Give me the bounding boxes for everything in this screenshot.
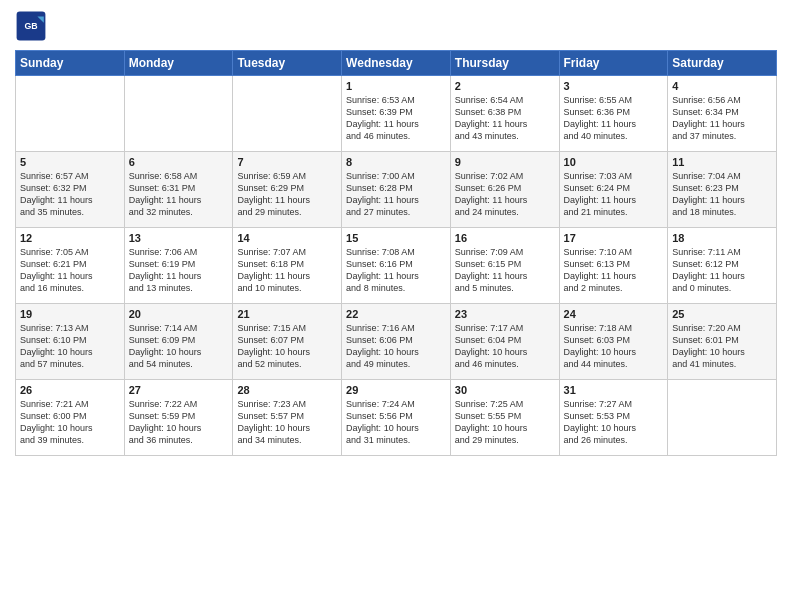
day-info: Sunrise: 7:07 AM Sunset: 6:18 PM Dayligh… — [237, 246, 337, 295]
day-number: 28 — [237, 384, 337, 396]
day-info: Sunrise: 7:18 AM Sunset: 6:03 PM Dayligh… — [564, 322, 664, 371]
day-info: Sunrise: 7:03 AM Sunset: 6:24 PM Dayligh… — [564, 170, 664, 219]
day-info: Sunrise: 7:05 AM Sunset: 6:21 PM Dayligh… — [20, 246, 120, 295]
day-cell: 17Sunrise: 7:10 AM Sunset: 6:13 PM Dayli… — [559, 228, 668, 304]
day-info: Sunrise: 7:00 AM Sunset: 6:28 PM Dayligh… — [346, 170, 446, 219]
col-header-monday: Monday — [124, 51, 233, 76]
day-number: 21 — [237, 308, 337, 320]
day-cell: 19Sunrise: 7:13 AM Sunset: 6:10 PM Dayli… — [16, 304, 125, 380]
day-number: 10 — [564, 156, 664, 168]
day-info: Sunrise: 7:20 AM Sunset: 6:01 PM Dayligh… — [672, 322, 772, 371]
day-cell: 16Sunrise: 7:09 AM Sunset: 6:15 PM Dayli… — [450, 228, 559, 304]
day-number: 2 — [455, 80, 555, 92]
day-cell: 31Sunrise: 7:27 AM Sunset: 5:53 PM Dayli… — [559, 380, 668, 456]
col-header-sunday: Sunday — [16, 51, 125, 76]
header: GB — [15, 10, 777, 42]
day-info: Sunrise: 7:06 AM Sunset: 6:19 PM Dayligh… — [129, 246, 229, 295]
logo: GB — [15, 10, 51, 42]
day-cell: 20Sunrise: 7:14 AM Sunset: 6:09 PM Dayli… — [124, 304, 233, 380]
day-cell: 14Sunrise: 7:07 AM Sunset: 6:18 PM Dayli… — [233, 228, 342, 304]
day-info: Sunrise: 7:16 AM Sunset: 6:06 PM Dayligh… — [346, 322, 446, 371]
day-number: 30 — [455, 384, 555, 396]
day-number: 1 — [346, 80, 446, 92]
day-cell: 15Sunrise: 7:08 AM Sunset: 6:16 PM Dayli… — [342, 228, 451, 304]
day-cell: 26Sunrise: 7:21 AM Sunset: 6:00 PM Dayli… — [16, 380, 125, 456]
col-header-thursday: Thursday — [450, 51, 559, 76]
day-number: 16 — [455, 232, 555, 244]
day-number: 15 — [346, 232, 446, 244]
day-info: Sunrise: 7:08 AM Sunset: 6:16 PM Dayligh… — [346, 246, 446, 295]
day-cell — [16, 76, 125, 152]
day-cell: 8Sunrise: 7:00 AM Sunset: 6:28 PM Daylig… — [342, 152, 451, 228]
col-header-tuesday: Tuesday — [233, 51, 342, 76]
col-header-saturday: Saturday — [668, 51, 777, 76]
col-header-wednesday: Wednesday — [342, 51, 451, 76]
day-number: 20 — [129, 308, 229, 320]
day-number: 3 — [564, 80, 664, 92]
day-info: Sunrise: 7:13 AM Sunset: 6:10 PM Dayligh… — [20, 322, 120, 371]
col-header-friday: Friday — [559, 51, 668, 76]
day-info: Sunrise: 7:09 AM Sunset: 6:15 PM Dayligh… — [455, 246, 555, 295]
day-info: Sunrise: 6:54 AM Sunset: 6:38 PM Dayligh… — [455, 94, 555, 143]
day-number: 17 — [564, 232, 664, 244]
day-cell: 24Sunrise: 7:18 AM Sunset: 6:03 PM Dayli… — [559, 304, 668, 380]
day-number: 11 — [672, 156, 772, 168]
day-cell: 29Sunrise: 7:24 AM Sunset: 5:56 PM Dayli… — [342, 380, 451, 456]
day-number: 14 — [237, 232, 337, 244]
day-cell: 27Sunrise: 7:22 AM Sunset: 5:59 PM Dayli… — [124, 380, 233, 456]
day-number: 13 — [129, 232, 229, 244]
day-number: 18 — [672, 232, 772, 244]
day-cell: 28Sunrise: 7:23 AM Sunset: 5:57 PM Dayli… — [233, 380, 342, 456]
day-cell: 5Sunrise: 6:57 AM Sunset: 6:32 PM Daylig… — [16, 152, 125, 228]
day-cell: 2Sunrise: 6:54 AM Sunset: 6:38 PM Daylig… — [450, 76, 559, 152]
day-cell: 9Sunrise: 7:02 AM Sunset: 6:26 PM Daylig… — [450, 152, 559, 228]
day-cell: 4Sunrise: 6:56 AM Sunset: 6:34 PM Daylig… — [668, 76, 777, 152]
day-info: Sunrise: 7:25 AM Sunset: 5:55 PM Dayligh… — [455, 398, 555, 447]
logo-icon: GB — [15, 10, 47, 42]
day-number: 23 — [455, 308, 555, 320]
day-info: Sunrise: 6:56 AM Sunset: 6:34 PM Dayligh… — [672, 94, 772, 143]
day-info: Sunrise: 7:11 AM Sunset: 6:12 PM Dayligh… — [672, 246, 772, 295]
day-info: Sunrise: 7:10 AM Sunset: 6:13 PM Dayligh… — [564, 246, 664, 295]
day-cell: 13Sunrise: 7:06 AM Sunset: 6:19 PM Dayli… — [124, 228, 233, 304]
day-info: Sunrise: 7:23 AM Sunset: 5:57 PM Dayligh… — [237, 398, 337, 447]
day-cell — [668, 380, 777, 456]
svg-text:GB: GB — [24, 21, 37, 31]
day-cell: 11Sunrise: 7:04 AM Sunset: 6:23 PM Dayli… — [668, 152, 777, 228]
calendar-table: SundayMondayTuesdayWednesdayThursdayFrid… — [15, 50, 777, 456]
day-cell: 3Sunrise: 6:55 AM Sunset: 6:36 PM Daylig… — [559, 76, 668, 152]
day-number: 25 — [672, 308, 772, 320]
day-cell: 25Sunrise: 7:20 AM Sunset: 6:01 PM Dayli… — [668, 304, 777, 380]
week-row-4: 19Sunrise: 7:13 AM Sunset: 6:10 PM Dayli… — [16, 304, 777, 380]
day-number: 5 — [20, 156, 120, 168]
day-cell — [233, 76, 342, 152]
day-number: 4 — [672, 80, 772, 92]
day-info: Sunrise: 6:57 AM Sunset: 6:32 PM Dayligh… — [20, 170, 120, 219]
day-info: Sunrise: 6:58 AM Sunset: 6:31 PM Dayligh… — [129, 170, 229, 219]
day-cell: 23Sunrise: 7:17 AM Sunset: 6:04 PM Dayli… — [450, 304, 559, 380]
week-row-1: 1Sunrise: 6:53 AM Sunset: 6:39 PM Daylig… — [16, 76, 777, 152]
day-number: 9 — [455, 156, 555, 168]
day-cell: 18Sunrise: 7:11 AM Sunset: 6:12 PM Dayli… — [668, 228, 777, 304]
day-number: 29 — [346, 384, 446, 396]
day-number: 7 — [237, 156, 337, 168]
day-info: Sunrise: 7:15 AM Sunset: 6:07 PM Dayligh… — [237, 322, 337, 371]
day-number: 26 — [20, 384, 120, 396]
day-info: Sunrise: 6:59 AM Sunset: 6:29 PM Dayligh… — [237, 170, 337, 219]
day-cell: 21Sunrise: 7:15 AM Sunset: 6:07 PM Dayli… — [233, 304, 342, 380]
day-cell: 30Sunrise: 7:25 AM Sunset: 5:55 PM Dayli… — [450, 380, 559, 456]
day-number: 27 — [129, 384, 229, 396]
day-cell — [124, 76, 233, 152]
day-cell: 1Sunrise: 6:53 AM Sunset: 6:39 PM Daylig… — [342, 76, 451, 152]
day-cell: 10Sunrise: 7:03 AM Sunset: 6:24 PM Dayli… — [559, 152, 668, 228]
day-number: 8 — [346, 156, 446, 168]
day-number: 31 — [564, 384, 664, 396]
day-number: 19 — [20, 308, 120, 320]
day-cell: 22Sunrise: 7:16 AM Sunset: 6:06 PM Dayli… — [342, 304, 451, 380]
week-row-3: 12Sunrise: 7:05 AM Sunset: 6:21 PM Dayli… — [16, 228, 777, 304]
day-number: 24 — [564, 308, 664, 320]
week-row-2: 5Sunrise: 6:57 AM Sunset: 6:32 PM Daylig… — [16, 152, 777, 228]
day-info: Sunrise: 7:22 AM Sunset: 5:59 PM Dayligh… — [129, 398, 229, 447]
day-info: Sunrise: 7:04 AM Sunset: 6:23 PM Dayligh… — [672, 170, 772, 219]
header-row: SundayMondayTuesdayWednesdayThursdayFrid… — [16, 51, 777, 76]
